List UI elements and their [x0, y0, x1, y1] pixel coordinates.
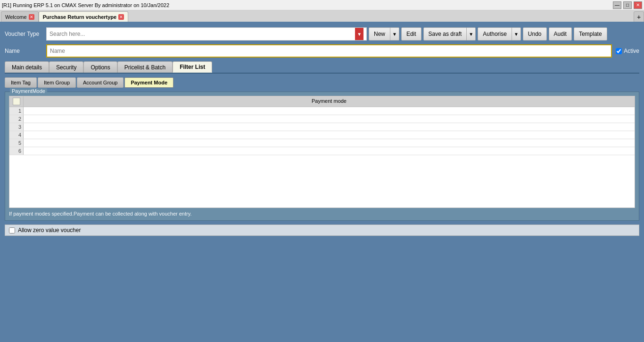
- sub-tab-payment-mode[interactable]: Payment Mode: [124, 77, 173, 88]
- row-data-4[interactable]: [24, 131, 635, 139]
- tab-add-button[interactable]: +: [634, 11, 644, 22]
- name-label: Name: [5, 48, 42, 54]
- row-data-6[interactable]: [24, 147, 635, 155]
- sub-tab-account-group[interactable]: Account Group: [77, 77, 124, 88]
- row-data-1[interactable]: [24, 107, 635, 115]
- row-number-4: 4: [9, 131, 24, 139]
- payment-mode-table-scroll[interactable]: 1 2 3 4: [9, 107, 635, 208]
- active-label: Active: [624, 48, 639, 54]
- close-button[interactable]: ✕: [634, 1, 642, 9]
- tab-welcome-label: Welcome: [5, 14, 27, 20]
- panel-legend: PaymentMode: [10, 88, 47, 94]
- template-button[interactable]: Template: [574, 27, 607, 41]
- authorise-button[interactable]: Authorise: [478, 27, 512, 41]
- tab-purchase-return[interactable]: Purchase Return vouchertype ✕: [39, 11, 129, 22]
- header-checkbox-cell: [9, 96, 24, 107]
- audit-button[interactable]: Audit: [549, 27, 572, 41]
- tab-welcome-close[interactable]: ✕: [29, 14, 34, 20]
- allow-zero-label: Allow zero value voucher: [18, 227, 81, 234]
- new-button[interactable]: New: [369, 27, 390, 41]
- tab-pricelist-batch[interactable]: Pricelist & Batch: [117, 61, 173, 73]
- authorise-button-group: Authorise ▼: [478, 27, 521, 41]
- row-number-2: 2: [9, 115, 24, 123]
- row-number-6: 6: [9, 147, 24, 155]
- active-checkbox-group: Active: [616, 48, 639, 54]
- table-row: 2: [9, 115, 635, 123]
- table-row: 1: [9, 107, 635, 115]
- sub-tab-item-group[interactable]: Item Group: [38, 77, 76, 88]
- table-row: 4: [9, 131, 635, 139]
- window-controls: — □ ✕: [613, 1, 642, 9]
- save-as-draft-button-group: Save as draft ▼: [423, 27, 476, 41]
- tab-welcome[interactable]: Welcome ✕: [1, 11, 39, 22]
- voucher-type-label: Voucher Type: [5, 31, 42, 37]
- tab-filter-list[interactable]: Filter List: [173, 61, 212, 73]
- active-checkbox[interactable]: [616, 48, 622, 54]
- main-content: Voucher Type ▼ New ▼ Edit Save as draft …: [0, 23, 644, 241]
- allow-zero-checkbox[interactable]: [9, 227, 15, 234]
- table-row: 5: [9, 139, 635, 147]
- row-number-1: 1: [9, 107, 24, 115]
- save-as-draft-dropdown-button[interactable]: ▼: [467, 27, 476, 41]
- table-container: Payment mode 1 2 3: [9, 96, 635, 208]
- tab-bar: Welcome ✕ Purchase Return vouchertype ✕ …: [0, 10, 644, 23]
- row-data-5[interactable]: [24, 139, 635, 147]
- voucher-type-dropdown-button[interactable]: ▼: [355, 28, 363, 40]
- row-data-3[interactable]: [24, 123, 635, 131]
- table-row: 3: [9, 123, 635, 131]
- save-as-draft-button[interactable]: Save as draft: [423, 27, 467, 41]
- voucher-type-search-box: ▼: [46, 27, 367, 41]
- authorise-dropdown-button[interactable]: ▼: [512, 27, 521, 41]
- sub-tab-item-tag[interactable]: Item Tag: [5, 77, 37, 88]
- tab-options[interactable]: Options: [83, 61, 117, 73]
- undo-button[interactable]: Undo: [523, 27, 547, 41]
- payment-info-text: If payment modes specified.Payment can b…: [9, 211, 635, 217]
- nav-tabs: Main details Security Options Pricelist …: [5, 61, 639, 74]
- new-button-group: New ▼: [369, 27, 399, 41]
- voucher-type-search-input[interactable]: [50, 31, 355, 37]
- row-data-2[interactable]: [24, 115, 635, 123]
- table-row: 6: [9, 147, 635, 155]
- payment-mode-panel: PaymentMode Payment mode 1 2: [5, 92, 639, 221]
- tab-main-details[interactable]: Main details: [5, 61, 49, 73]
- maximize-button[interactable]: □: [623, 1, 632, 9]
- name-row: Name Active: [5, 44, 639, 58]
- tab-purchase-return-label: Purchase Return vouchertype: [43, 14, 117, 20]
- tab-purchase-return-close[interactable]: ✕: [118, 14, 124, 20]
- title-bar: [R1] Running ERP 5.1 on CMAX Server By a…: [0, 0, 644, 10]
- table-header-row: Payment mode: [9, 96, 635, 107]
- window-title: [R1] Running ERP 5.1 on CMAX Server By a…: [2, 2, 169, 8]
- sub-tabs: Item Tag Item Group Account Group Paymen…: [5, 77, 639, 88]
- new-dropdown-button[interactable]: ▼: [390, 27, 399, 41]
- minimize-button[interactable]: —: [613, 1, 621, 9]
- header-checkbox[interactable]: [13, 98, 20, 105]
- toolbar: Voucher Type ▼ New ▼ Edit Save as draft …: [5, 27, 639, 41]
- allow-zero-row: Allow zero value voucher: [5, 225, 639, 236]
- payment-mode-column-header: Payment mode: [24, 96, 635, 107]
- row-number-5: 5: [9, 139, 24, 147]
- tab-security[interactable]: Security: [49, 61, 83, 73]
- name-input[interactable]: [46, 44, 612, 58]
- edit-button[interactable]: Edit: [401, 27, 421, 41]
- row-number-3: 3: [9, 123, 24, 131]
